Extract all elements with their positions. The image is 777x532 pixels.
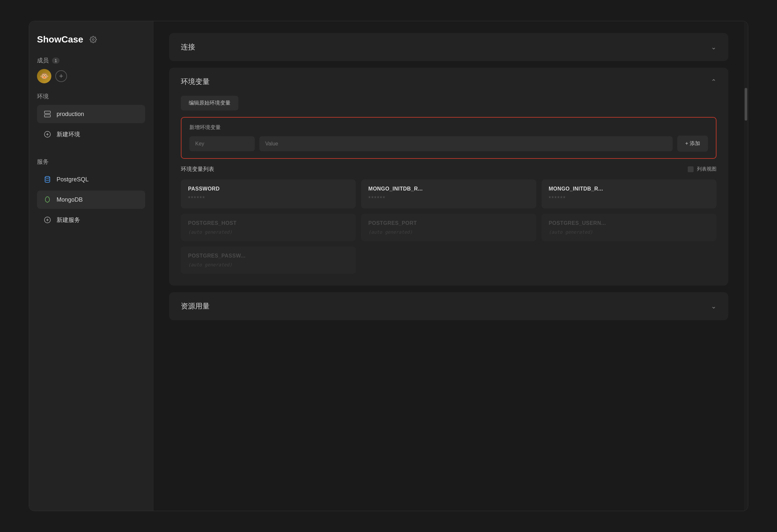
mongodb-icon — [43, 195, 52, 204]
new-service-label: 新建服务 — [57, 216, 80, 224]
avatar: 🐵 — [37, 69, 51, 83]
sidebar-item-postgresql[interactable]: PostgreSQL — [37, 170, 145, 188]
postgresql-label: PostgreSQL — [57, 176, 89, 183]
env-card-auto: (auto generated) — [188, 262, 349, 267]
connection-section-header[interactable]: 连接 ⌄ — [169, 33, 728, 61]
chevron-down-icon: ⌄ — [711, 43, 716, 51]
env-section-header[interactable]: 环境变量 ⌃ — [169, 68, 728, 96]
list-view-label: 列表视图 — [697, 166, 716, 172]
app-title: ShowCase — [37, 34, 83, 45]
chevron-up-icon: ⌃ — [711, 78, 716, 86]
svg-point-8 — [45, 176, 50, 178]
env-title: 环境变量 — [181, 77, 210, 87]
list-view-toggle[interactable]: 列表视图 — [688, 166, 716, 172]
env-card-pg-host[interactable]: POSTGRES_HOST (auto generated) — [181, 214, 356, 241]
env-card-value: ****** — [188, 195, 349, 202]
new-env-inputs-row: + 添加 — [189, 136, 708, 152]
env-item-label: production — [57, 111, 84, 118]
env-card-grid: PASSWORD ****** MONGO_INITDB_R... ******… — [181, 179, 716, 274]
env-card-pg-port[interactable]: POSTGRES_PORT (auto generated) — [361, 214, 536, 241]
svg-rect-2 — [44, 115, 50, 117]
plus-circle-icon — [43, 130, 52, 139]
env-card-key: MONGO_INITDB_R... — [368, 186, 529, 192]
scrollbar-thumb[interactable] — [745, 88, 747, 121]
postgresql-icon — [43, 175, 52, 184]
env-card-pg-user[interactable]: POSTGRES_USERN... (auto generated) — [542, 214, 716, 241]
env-card-value: ****** — [549, 195, 709, 202]
env-list-label: 环境变量列表 — [181, 165, 214, 173]
list-view-checkbox[interactable] — [688, 166, 694, 172]
resource-section-header[interactable]: 资源用量 ⌄ — [169, 292, 728, 320]
mongodb-label: MongoDB — [57, 196, 83, 203]
key-input[interactable] — [189, 136, 255, 151]
env-variables-section: 环境变量 ⌃ 编辑原始环境变量 新增环境变量 + 添加 环境变量列 — [169, 68, 728, 286]
sidebar-item-new-env[interactable]: 新建环境 — [37, 125, 145, 143]
svg-point-0 — [92, 38, 94, 40]
env-section-label: 环境 — [37, 93, 145, 100]
new-env-label: 新建环境 — [57, 130, 80, 138]
members-row: 🐵 + — [37, 69, 145, 83]
main-content: 连接 ⌄ 环境变量 ⌃ 编辑原始环境变量 新增环境变量 + 添加 — [153, 21, 744, 511]
add-member-button[interactable]: + — [55, 70, 67, 82]
services-section: 服务 PostgreSQL MongoDB — [37, 158, 145, 231]
env-card-key: POSTGRES_PORT — [368, 220, 529, 226]
members-section-label: 成员 1 — [37, 56, 145, 64]
new-env-form: 新增环境变量 + 添加 — [181, 117, 716, 159]
sidebar-item-new-service[interactable]: 新建服务 — [37, 211, 145, 229]
value-input[interactable] — [259, 136, 673, 151]
resource-title: 资源用量 — [181, 301, 210, 311]
sidebar-item-mongodb[interactable]: MongoDB — [37, 190, 145, 209]
env-card-key: PASSWORD — [188, 186, 349, 192]
env-card-auto: (auto generated) — [368, 229, 529, 235]
edit-raw-button[interactable]: 编辑原始环境变量 — [181, 96, 238, 111]
services-section-label: 服务 — [37, 158, 145, 166]
env-card-password[interactable]: PASSWORD ****** — [181, 179, 356, 209]
env-card-pg-pass[interactable]: POSTGRES_PASSW... (auto generated) — [181, 246, 356, 274]
chevron-down-icon-2: ⌄ — [711, 302, 716, 310]
environment-section: 环境 production — [37, 93, 145, 145]
env-card-auto: (auto generated) — [549, 229, 709, 235]
env-card-key: POSTGRES_HOST — [188, 220, 349, 226]
settings-icon[interactable] — [88, 34, 98, 45]
env-card-auto: (auto generated) — [188, 229, 349, 235]
env-list-header: 环境变量列表 列表视图 — [181, 165, 716, 173]
env-card-value: ****** — [368, 195, 529, 202]
scrollbar-track[interactable] — [744, 21, 748, 511]
add-env-button[interactable]: + 添加 — [677, 136, 708, 152]
sidebar: ShowCase 成员 1 🐵 + 环境 — [29, 21, 153, 511]
new-env-form-title: 新增环境变量 — [189, 124, 708, 131]
env-card-key: POSTGRES_PASSW... — [188, 253, 349, 259]
env-card-mongo-2[interactable]: MONGO_INITDB_R... ****** — [542, 179, 716, 209]
svg-rect-1 — [44, 111, 50, 113]
connection-section: 连接 ⌄ — [169, 33, 728, 61]
sidebar-header: ShowCase — [37, 34, 145, 45]
env-card-key: MONGO_INITDB_R... — [549, 186, 709, 192]
resource-section: 资源用量 ⌄ — [169, 292, 728, 320]
sidebar-item-production[interactable]: production — [37, 105, 145, 123]
env-card-key: POSTGRES_USERN... — [549, 220, 709, 226]
env-content: 编辑原始环境变量 新增环境变量 + 添加 环境变量列表 列表视图 — [169, 96, 728, 286]
server-icon — [43, 110, 52, 119]
plus-circle-icon-2 — [43, 215, 52, 225]
env-card-mongo-1[interactable]: MONGO_INITDB_R... ****** — [361, 179, 536, 209]
connection-title: 连接 — [181, 42, 195, 52]
